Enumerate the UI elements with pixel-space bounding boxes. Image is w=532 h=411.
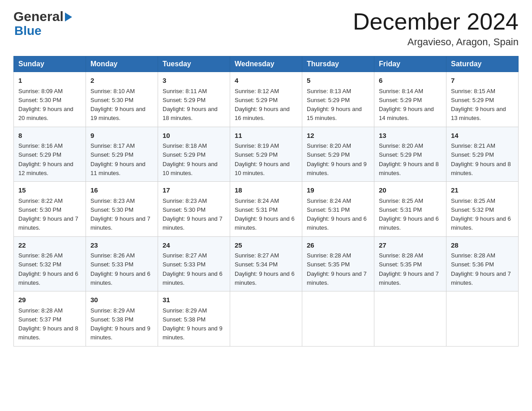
day-number: 31 — [163, 295, 225, 305]
day-info: Sunrise: 8:26 AMSunset: 5:32 PMDaylight:… — [18, 252, 78, 286]
header-cell-sunday: Sunday — [14, 56, 86, 72]
week-row-1: 1Sunrise: 8:09 AMSunset: 5:30 PMDaylight… — [14, 72, 519, 127]
calendar-cell: 26Sunrise: 8:28 AMSunset: 5:35 PMDayligh… — [302, 236, 374, 291]
day-number: 23 — [90, 240, 153, 251]
calendar-cell: 21Sunrise: 8:25 AMSunset: 5:32 PMDayligh… — [446, 182, 519, 237]
logo-name2: Blue — [14, 24, 42, 38]
day-info: Sunrise: 8:12 AMSunset: 5:29 PMDaylight:… — [235, 88, 290, 122]
day-number: 28 — [451, 240, 514, 251]
calendar-cell: 1Sunrise: 8:09 AMSunset: 5:30 PMDaylight… — [14, 72, 86, 127]
calendar-cell: 17Sunrise: 8:23 AMSunset: 5:30 PMDayligh… — [158, 182, 230, 237]
logo-arrow-icon — [65, 13, 72, 21]
day-info: Sunrise: 8:25 AMSunset: 5:32 PMDaylight:… — [451, 197, 511, 231]
day-info: Sunrise: 8:26 AMSunset: 5:33 PMDaylight:… — [90, 252, 150, 286]
header-cell-wednesday: Wednesday — [230, 56, 302, 72]
day-info: Sunrise: 8:14 AMSunset: 5:29 PMDaylight:… — [379, 88, 434, 122]
day-info: Sunrise: 8:16 AMSunset: 5:29 PMDaylight:… — [18, 142, 73, 176]
day-number: 4 — [235, 76, 297, 86]
day-number: 7 — [451, 76, 514, 86]
day-info: Sunrise: 8:23 AMSunset: 5:30 PMDaylight:… — [163, 197, 223, 231]
day-info: Sunrise: 8:24 AMSunset: 5:31 PMDaylight:… — [235, 197, 295, 231]
day-info: Sunrise: 8:27 AMSunset: 5:33 PMDaylight:… — [163, 252, 223, 286]
calendar-cell: 15Sunrise: 8:22 AMSunset: 5:30 PMDayligh… — [14, 182, 86, 237]
day-number: 14 — [451, 131, 514, 141]
logo: General Blue — [13, 9, 72, 38]
calendar-cell: 2Sunrise: 8:10 AMSunset: 5:30 PMDaylight… — [86, 72, 158, 127]
calendar-cell: 13Sunrise: 8:20 AMSunset: 5:29 PMDayligh… — [374, 127, 446, 182]
day-number: 13 — [379, 131, 442, 141]
day-info: Sunrise: 8:28 AMSunset: 5:35 PMDaylight:… — [379, 252, 439, 286]
calendar-cell: 31Sunrise: 8:29 AMSunset: 5:38 PMDayligh… — [158, 291, 230, 347]
calendar-table: SundayMondayTuesdayWednesdayThursdayFrid… — [13, 56, 519, 347]
calendar-cell: 18Sunrise: 8:24 AMSunset: 5:31 PMDayligh… — [230, 182, 302, 237]
location: Argavieso, Aragon, Spain — [353, 36, 519, 48]
day-number: 27 — [379, 240, 442, 251]
calendar-cell: 5Sunrise: 8:13 AMSunset: 5:29 PMDaylight… — [302, 72, 374, 127]
day-info: Sunrise: 8:27 AMSunset: 5:34 PMDaylight:… — [235, 252, 295, 286]
logo-name: General — [13, 9, 64, 24]
day-number: 1 — [18, 76, 81, 86]
header-cell-tuesday: Tuesday — [158, 56, 230, 72]
calendar-cell — [230, 291, 302, 347]
calendar-cell: 27Sunrise: 8:28 AMSunset: 5:35 PMDayligh… — [374, 236, 446, 291]
day-info: Sunrise: 8:28 AMSunset: 5:36 PMDaylight:… — [451, 252, 511, 286]
day-number: 19 — [307, 185, 369, 196]
day-number: 2 — [90, 76, 153, 86]
day-info: Sunrise: 8:22 AMSunset: 5:30 PMDaylight:… — [18, 197, 78, 231]
calendar-cell: 29Sunrise: 8:28 AMSunset: 5:37 PMDayligh… — [14, 291, 86, 347]
calendar-cell — [374, 291, 446, 347]
calendar-cell: 19Sunrise: 8:24 AMSunset: 5:31 PMDayligh… — [302, 182, 374, 237]
day-info: Sunrise: 8:17 AMSunset: 5:29 PMDaylight:… — [90, 142, 146, 176]
day-number: 20 — [379, 185, 442, 196]
calendar-cell: 14Sunrise: 8:21 AMSunset: 5:29 PMDayligh… — [446, 127, 519, 182]
day-number: 26 — [307, 240, 369, 251]
calendar-cell: 25Sunrise: 8:27 AMSunset: 5:34 PMDayligh… — [230, 236, 302, 291]
calendar-cell: 12Sunrise: 8:20 AMSunset: 5:29 PMDayligh… — [302, 127, 374, 182]
day-number: 24 — [163, 240, 225, 251]
calendar-cell: 9Sunrise: 8:17 AMSunset: 5:29 PMDaylight… — [86, 127, 158, 182]
calendar-cell: 8Sunrise: 8:16 AMSunset: 5:29 PMDaylight… — [14, 127, 86, 182]
calendar-cell: 16Sunrise: 8:23 AMSunset: 5:30 PMDayligh… — [86, 182, 158, 237]
week-row-3: 15Sunrise: 8:22 AMSunset: 5:30 PMDayligh… — [14, 182, 519, 237]
calendar-cell: 24Sunrise: 8:27 AMSunset: 5:33 PMDayligh… — [158, 236, 230, 291]
calendar-cell: 7Sunrise: 8:15 AMSunset: 5:29 PMDaylight… — [446, 72, 519, 127]
day-number: 29 — [18, 295, 81, 305]
calendar-cell: 10Sunrise: 8:18 AMSunset: 5:29 PMDayligh… — [158, 127, 230, 182]
day-info: Sunrise: 8:29 AMSunset: 5:38 PMDaylight:… — [163, 307, 223, 341]
header-cell-friday: Friday — [374, 56, 446, 72]
month-title: December 2024 — [353, 9, 519, 34]
day-number: 22 — [18, 240, 81, 251]
day-number: 18 — [235, 185, 297, 196]
day-number: 25 — [235, 240, 297, 251]
week-row-4: 22Sunrise: 8:26 AMSunset: 5:32 PMDayligh… — [14, 236, 519, 291]
day-info: Sunrise: 8:09 AMSunset: 5:30 PMDaylight:… — [18, 88, 73, 122]
day-number: 30 — [90, 295, 153, 305]
day-number: 12 — [307, 131, 369, 141]
day-number: 9 — [90, 131, 153, 141]
day-number: 17 — [163, 185, 225, 196]
calendar-cell: 6Sunrise: 8:14 AMSunset: 5:29 PMDaylight… — [374, 72, 446, 127]
day-info: Sunrise: 8:13 AMSunset: 5:29 PMDaylight:… — [307, 88, 362, 122]
week-row-5: 29Sunrise: 8:28 AMSunset: 5:37 PMDayligh… — [14, 291, 519, 347]
day-info: Sunrise: 8:20 AMSunset: 5:29 PMDaylight:… — [307, 142, 367, 176]
day-number: 11 — [235, 131, 297, 141]
calendar-cell: 3Sunrise: 8:11 AMSunset: 5:29 PMDaylight… — [158, 72, 230, 127]
calendar-cell: 20Sunrise: 8:25 AMSunset: 5:31 PMDayligh… — [374, 182, 446, 237]
day-info: Sunrise: 8:25 AMSunset: 5:31 PMDaylight:… — [379, 197, 439, 231]
day-info: Sunrise: 8:19 AMSunset: 5:29 PMDaylight:… — [235, 142, 290, 176]
day-info: Sunrise: 8:18 AMSunset: 5:29 PMDaylight:… — [163, 142, 218, 176]
calendar-cell: 11Sunrise: 8:19 AMSunset: 5:29 PMDayligh… — [230, 127, 302, 182]
day-info: Sunrise: 8:28 AMSunset: 5:37 PMDaylight:… — [18, 307, 78, 341]
page-header: General Blue December 2024 Argavieso, Ar… — [13, 9, 519, 48]
day-number: 3 — [163, 76, 225, 86]
day-number: 6 — [379, 76, 442, 86]
day-number: 16 — [90, 185, 153, 196]
week-row-2: 8Sunrise: 8:16 AMSunset: 5:29 PMDaylight… — [14, 127, 519, 182]
day-number: 8 — [18, 131, 81, 141]
day-info: Sunrise: 8:11 AMSunset: 5:29 PMDaylight:… — [163, 88, 218, 122]
header-row: SundayMondayTuesdayWednesdayThursdayFrid… — [14, 56, 519, 72]
calendar-header: SundayMondayTuesdayWednesdayThursdayFrid… — [14, 56, 519, 72]
day-info: Sunrise: 8:29 AMSunset: 5:38 PMDaylight:… — [90, 307, 150, 341]
day-info: Sunrise: 8:23 AMSunset: 5:30 PMDaylight:… — [90, 197, 150, 231]
day-number: 15 — [18, 185, 81, 196]
